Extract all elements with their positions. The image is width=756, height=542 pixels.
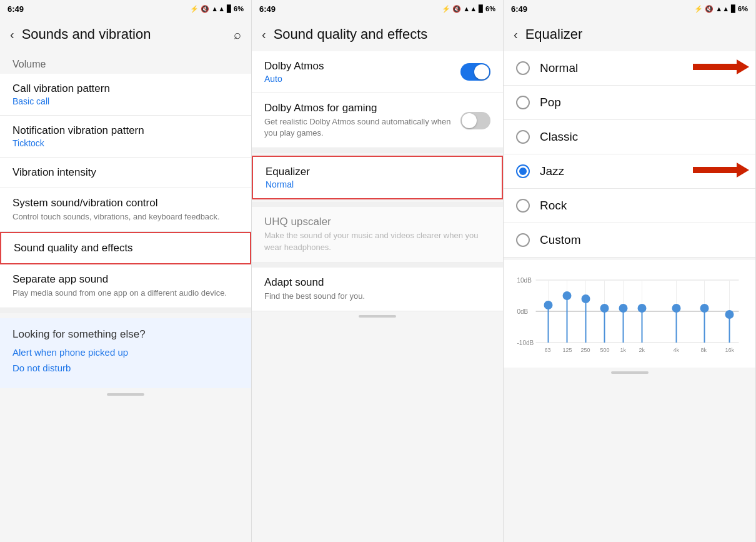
red-arrow-jazz: [693, 161, 749, 182]
eq-rock-label: Rock: [540, 199, 567, 213]
svg-text:2k: 2k: [639, 347, 645, 353]
radio-rock: [516, 199, 530, 213]
radio-pop: [516, 96, 530, 109]
status-icons-3: ⚡ 🔇 ▲▲ ▊ 6%: [694, 5, 748, 13]
system-sound-desc: Control touch sounds, vibrations, and ke…: [12, 211, 239, 223]
eq-custom-label: Custom: [540, 233, 580, 247]
equalizer-item[interactable]: Equalizer Normal: [252, 156, 503, 199]
equalizer-title: Equalizer: [266, 166, 489, 178]
looking-for-title: Looking for something else?: [12, 328, 239, 341]
svg-point-10: [544, 301, 553, 309]
svg-point-13: [563, 291, 572, 300]
eq-normal-option[interactable]: Normal: [504, 51, 755, 86]
notif-vibration-item[interactable]: Notification vibration pattern Ticktock: [0, 116, 251, 158]
svg-text:10dB: 10dB: [517, 277, 532, 284]
time-1: 6:49: [7, 4, 24, 14]
divider-2: [252, 148, 503, 153]
page-title-2: Sound quality and effects: [274, 26, 493, 43]
eq-jazz-option[interactable]: Jazz: [504, 154, 755, 189]
dolby-gaming-desc: Get realistic Dolby Atmos sound automati…: [264, 116, 453, 139]
svg-marker-1: [693, 163, 749, 178]
svg-text:0dB: 0dB: [517, 308, 529, 315]
svg-text:-10dB: -10dB: [517, 339, 534, 346]
eq-pop-option[interactable]: Pop: [504, 86, 755, 120]
dolby-gaming-info: Dolby Atmos for gaming Get realistic Dol…: [264, 102, 460, 139]
bluetooth-icon-3: ⚡: [694, 5, 703, 13]
signal-icon-2: ▊: [479, 5, 484, 13]
divider-3: [252, 202, 503, 207]
svg-point-19: [600, 304, 609, 313]
eq-rock-option[interactable]: Rock: [504, 189, 755, 223]
uhq-desc: Make the sound of your music and videos …: [264, 230, 490, 253]
svg-point-34: [725, 310, 734, 319]
dolby-gaming-item[interactable]: Dolby Atmos for gaming Get realistic Dol…: [252, 93, 503, 148]
adapt-sound-desc: Find the best sound for you.: [264, 291, 490, 302]
dolby-atmos-title: Dolby Atmos: [264, 60, 453, 73]
radio-normal: [516, 61, 530, 75]
scroll-content-3: Normal Pop Classic Jazz: [504, 51, 755, 542]
separate-app-item[interactable]: Separate app sound Play media sound from…: [0, 264, 251, 308]
mute-icon-3: 🔇: [705, 5, 714, 13]
wifi-icon-2: ▲▲: [463, 5, 477, 13]
scroll-content-1: Volume Call vibration pattern Basic call…: [0, 51, 251, 542]
dolby-atmos-info: Dolby Atmos Auto: [264, 60, 460, 84]
svg-text:16k: 16k: [725, 347, 735, 353]
system-sound-item[interactable]: System sound/vibration control Control t…: [0, 188, 251, 232]
svg-text:63: 63: [545, 347, 551, 353]
dnd-link[interactable]: Do not disturb: [12, 363, 239, 373]
dolby-atmos-item[interactable]: Dolby Atmos Auto: [252, 51, 503, 93]
battery-1: 6%: [234, 5, 244, 13]
eq-classic-option[interactable]: Classic: [504, 120, 755, 154]
header-2: ‹ Sound quality and effects: [252, 18, 503, 51]
time-3: 6:49: [511, 4, 527, 14]
mute-icon: 🔇: [201, 5, 209, 13]
adapt-sound-item[interactable]: Adapt sound Find the best sound for you.: [252, 268, 503, 311]
panel-equalizer: 6:49 ⚡ 🔇 ▲▲ ▊ 6% ‹ Equalizer Normal Pop: [504, 0, 756, 542]
separate-app-title: Separate app sound: [12, 273, 239, 286]
toggle-knob-1: [474, 64, 489, 79]
eq-custom-option[interactable]: Custom: [504, 223, 755, 258]
uhq-item: UHQ upscaler Make the sound of your musi…: [252, 207, 503, 262]
svg-text:250: 250: [581, 347, 590, 353]
notif-vibration-title: Notification vibration pattern: [12, 124, 239, 137]
adapt-sound-title: Adapt sound: [264, 276, 490, 289]
mute-icon-2: 🔇: [452, 5, 461, 13]
search-button-1[interactable]: ⌕: [234, 28, 241, 42]
scroll-indicator-3: [611, 371, 649, 374]
back-button-2[interactable]: ‹: [262, 28, 266, 42]
scroll-indicator-1: [107, 393, 144, 396]
radio-classic: [516, 130, 530, 144]
toggle-knob-2: [462, 113, 477, 128]
separate-app-desc: Play media sound from one app on a diffe…: [12, 288, 239, 299]
svg-text:125: 125: [563, 347, 572, 353]
dolby-gaming-toggle[interactable]: [460, 112, 490, 129]
status-icons-2: ⚡ 🔇 ▲▲ ▊ 6%: [442, 5, 495, 13]
status-bar-1: 6:49 ⚡ 🔇 ▲▲ ▊ 6%: [0, 0, 251, 18]
call-vibration-title: Call vibration pattern: [12, 83, 239, 95]
svg-text:1k: 1k: [620, 347, 627, 353]
system-sound-title: System sound/vibration control: [12, 197, 239, 209]
call-vibration-item[interactable]: Call vibration pattern Basic call: [0, 74, 251, 116]
svg-text:8k: 8k: [701, 347, 707, 353]
svg-point-31: [700, 304, 709, 313]
notif-vibration-subtitle: Ticktock: [12, 138, 239, 148]
signal-icon: ▊: [227, 5, 232, 13]
svg-point-16: [582, 294, 590, 303]
battery-3: 6%: [738, 5, 748, 13]
panel-sounds-vibration: 6:49 ⚡ 🔇 ▲▲ ▊ 6% ‹ Sounds and vibration …: [0, 0, 252, 542]
looking-for-section: Looking for something else? Alert when p…: [0, 318, 251, 388]
vibration-intensity-item[interactable]: Vibration intensity: [0, 158, 251, 188]
red-arrow-normal: [693, 58, 749, 79]
dolby-atmos-toggle[interactable]: [460, 63, 490, 81]
call-vibration-subtitle: Basic call: [12, 96, 239, 106]
back-button-1[interactable]: ‹: [10, 28, 14, 42]
svg-point-22: [619, 304, 628, 313]
sound-quality-item[interactable]: Sound quality and effects: [0, 232, 251, 264]
vibration-intensity-title: Vibration intensity: [12, 166, 239, 179]
sound-quality-title: Sound quality and effects: [14, 242, 237, 254]
eq-pop-label: Pop: [540, 96, 561, 109]
equalizer-subtitle: Normal: [266, 179, 489, 189]
alert-link[interactable]: Alert when phone picked up: [12, 347, 239, 358]
back-button-3[interactable]: ‹: [514, 28, 518, 42]
eq-chart-container: 10dB 0dB -10dB: [504, 260, 755, 368]
